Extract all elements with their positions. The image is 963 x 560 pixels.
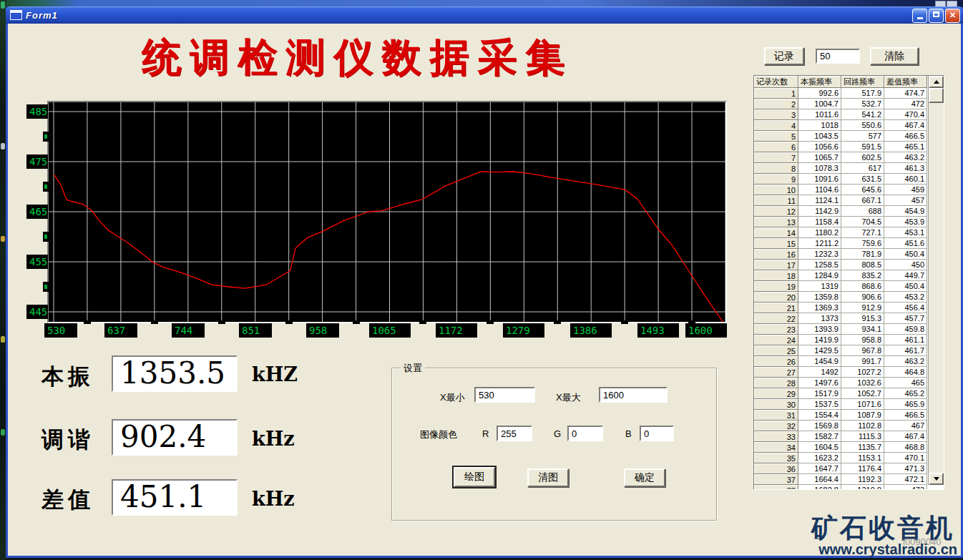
row-index-cell: 15 — [754, 238, 798, 249]
data-cell: 1582.7 — [798, 431, 841, 442]
table-row[interactable]: 351623.21153.1470.1 — [754, 453, 944, 463]
minimize-button[interactable] — [912, 9, 927, 23]
table-row[interactable]: 371664.41192.3472.1 — [754, 474, 944, 485]
table-row[interactable]: 121142.9688454.9 — [754, 206, 944, 217]
table-row[interactable]: 2714921027.2464.8 — [754, 367, 944, 378]
data-cell: 550.6 — [841, 120, 884, 131]
table-row[interactable]: 191319868.6450.4 — [754, 281, 944, 292]
table-row[interactable]: 151211.2759.6451.6 — [754, 238, 944, 249]
clear-records-button[interactable]: 清除 — [870, 47, 919, 65]
table-row[interactable]: 301537.51071.6465.9 — [754, 399, 944, 410]
data-cell: 1180.2 — [798, 227, 841, 238]
table-row[interactable]: 71065.7602.5463.2 — [754, 152, 944, 163]
chart-plot-area — [49, 102, 725, 322]
row-index-cell: 26 — [754, 356, 798, 367]
draw-button[interactable]: 绘图 — [454, 467, 495, 487]
table-row[interactable]: 211369.3912.9456.4 — [754, 303, 944, 313]
data-cell: 461.7 — [884, 345, 927, 356]
x-axis-tick-label: 851 — [239, 323, 272, 338]
y-axis-tick-label: 455 — [26, 255, 48, 269]
ok-button[interactable]: 确定 — [624, 468, 665, 487]
table-row[interactable]: 331582.71115.3467.4 — [754, 431, 944, 442]
data-cell: 1176.4 — [841, 463, 884, 474]
record-button[interactable]: 记录 — [764, 47, 804, 65]
data-cell: 1537.5 — [798, 399, 841, 410]
x-axis-tick-label: 1386 — [570, 323, 612, 338]
row-index-cell: 27 — [754, 367, 798, 378]
data-cell: 759.6 — [841, 238, 884, 249]
r-input[interactable] — [497, 426, 532, 441]
table-row[interactable]: 111124.1667.1457 — [754, 195, 944, 206]
row-index-cell: 2 — [754, 99, 798, 109]
record-table[interactable]: 记录次数 本振频率 回路频率 差值频率 1992.6517.9474.72100… — [753, 75, 944, 490]
record-table-header: 记录次数 本振频率 回路频率 差值频率 — [754, 76, 944, 88]
table-row[interactable]: 41018550.6467.4 — [754, 120, 944, 131]
b-input[interactable] — [640, 426, 674, 441]
window-titlebar[interactable]: Form1 ✕ — [6, 6, 963, 24]
table-row[interactable]: 291517.91052.7465.2 — [754, 388, 944, 399]
table-row[interactable]: 201359.8906.6453.2 — [754, 292, 944, 303]
readout-value-2: 451.1 — [112, 479, 238, 516]
row-index-cell: 21 — [754, 303, 798, 313]
table-row[interactable]: 1992.6517.9474.7 — [754, 88, 944, 99]
x-min-input[interactable] — [474, 387, 535, 403]
table-row[interactable]: 101104.6645.6459 — [754, 185, 944, 195]
close-button[interactable]: ✕ — [945, 9, 960, 23]
x-axis-minor-tick — [621, 320, 628, 324]
data-cell: 781.9 — [841, 249, 884, 260]
data-cell: 459.8 — [884, 324, 927, 335]
table-row[interactable]: 141180.2727.1453.1 — [754, 227, 944, 238]
x-axis-tick-label: 530 — [44, 323, 77, 338]
table-row[interactable]: 361647.71176.4471.3 — [754, 463, 944, 474]
y-axis-tick-label: 485 — [26, 104, 48, 119]
data-cell: 667.1 — [841, 195, 884, 206]
table-row[interactable]: 221373915.3457.7 — [754, 313, 944, 324]
table-row[interactable]: 181284.9835.2449.7 — [754, 270, 944, 281]
row-index-cell: 32 — [754, 421, 798, 431]
table-row[interactable]: 171258.5808.5450 — [754, 260, 944, 270]
table-row[interactable]: 81078.3617461.3 — [754, 163, 944, 174]
table-row[interactable]: 61056.6591.5465.1 — [754, 142, 944, 152]
data-cell: 459 — [884, 185, 927, 195]
table-row[interactable]: 31011.6541.2470.4 — [754, 109, 944, 120]
table-row[interactable]: 341604.51135.7468.8 — [754, 442, 944, 453]
table-row[interactable]: 241419.9958.8461.1 — [754, 335, 944, 345]
record-count-input[interactable] — [816, 49, 860, 64]
table-row[interactable]: 251429.5967.8461.7 — [754, 345, 944, 356]
data-cell: 470.4 — [884, 109, 927, 120]
b-label: B — [625, 428, 632, 439]
page-title: 统调检测仪数据采集 — [107, 31, 608, 84]
row-index-cell: 28 — [754, 378, 798, 388]
data-cell: 915.3 — [841, 313, 884, 324]
maximize-button[interactable] — [929, 9, 944, 23]
clear-plot-button[interactable]: 清图 — [527, 468, 569, 487]
row-index-cell: 31 — [754, 410, 798, 421]
y-axis-minor-tick — [43, 232, 52, 242]
data-cell: 453.2 — [884, 292, 927, 303]
table-row[interactable]: 281497.61032.6465 — [754, 378, 944, 388]
scrollbar-thumb[interactable] — [929, 88, 944, 103]
table-scrollbar[interactable] — [928, 76, 944, 485]
scroll-down-button[interactable] — [929, 473, 944, 485]
table-row[interactable]: 381682.81210.8473 — [754, 485, 944, 490]
table-row[interactable]: 321569.81102.8467 — [754, 421, 944, 431]
data-cell: 1052.7 — [841, 388, 884, 399]
g-input[interactable] — [567, 426, 603, 441]
table-row[interactable]: 161232.3781.9450.4 — [754, 249, 944, 260]
table-row[interactable]: 91091.6631.5460.1 — [754, 174, 944, 185]
table-row[interactable]: 261454.9991.7463.2 — [754, 356, 944, 367]
row-index-cell: 14 — [754, 227, 798, 238]
data-cell: 473 — [884, 485, 927, 490]
table-row[interactable]: 311554.41087.9466.5 — [754, 410, 944, 421]
scroll-up-button[interactable] — [929, 76, 944, 88]
data-cell: 453.1 — [884, 227, 927, 238]
table-row[interactable]: 231393.9934.1459.8 — [754, 324, 944, 335]
table-row[interactable]: 21004.7532.7472 — [754, 99, 944, 109]
data-cell: 465 — [884, 378, 927, 388]
table-row[interactable]: 51043.5577466.5 — [754, 131, 944, 142]
readout-label-2: 差值 — [41, 485, 94, 515]
table-row[interactable]: 131158.4704.5453.9 — [754, 217, 944, 227]
x-axis-tick-label: 1493 — [637, 323, 679, 338]
row-index-cell: 38 — [754, 485, 798, 490]
x-max-input[interactable] — [599, 387, 668, 403]
